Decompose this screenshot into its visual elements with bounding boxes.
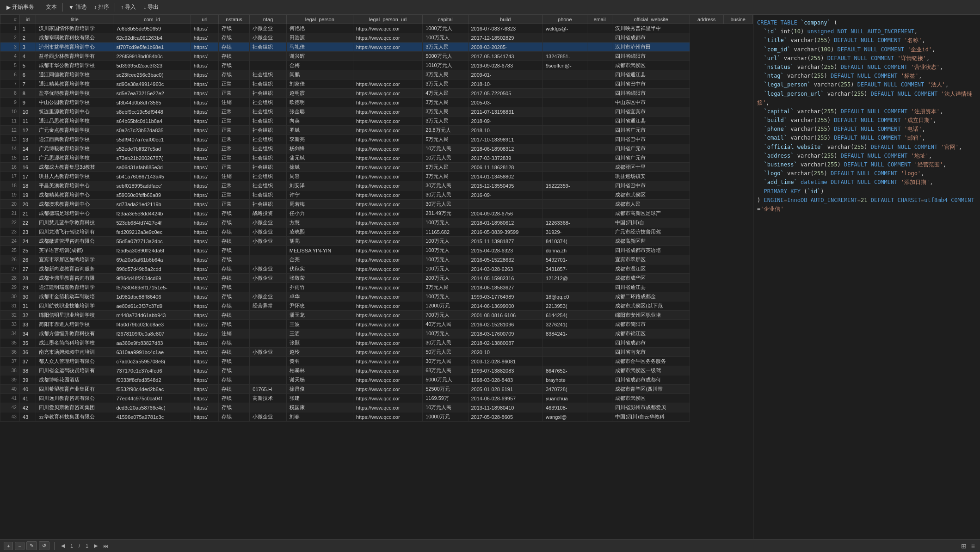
- table-row[interactable]: 1313通江西腾教育培训学校s5df9407a7eaf00ec1https:/正…: [0, 135, 753, 144]
- col-header-url[interactable]: url: [191, 15, 218, 24]
- table-row[interactable]: 2424成都微道管理咨询有限公55d5a07f2713a2dbchttps:/存…: [0, 237, 753, 246]
- col-header-email[interactable]: email: [587, 15, 612, 24]
- sort-btn[interactable]: ↕ 排序: [91, 2, 112, 12]
- cell-official_website: 汉川映秀普祥里半中: [612, 24, 690, 33]
- filter-btn[interactable]: ▼ 筛选: [66, 2, 89, 12]
- cell-email: [587, 80, 612, 89]
- table-row[interactable]: 2020成都澳求教育培训中心sd73ada21ed2119b-https:/正常…: [0, 200, 753, 209]
- table-row[interactable]: 2222四川慧儿蓝牛学教育科技523db684fd7427e4fhttps:/存…: [0, 218, 753, 227]
- cell-capital: 100万元人: [423, 329, 468, 338]
- table-row[interactable]: 3030成都市金箭机动车驾驶培1d981dbc88ff86406https:/存…: [0, 292, 753, 301]
- cell-official_website: 四川省成都市: [612, 33, 690, 43]
- table-row[interactable]: 1515广元思源教育培训学校s73eb21b20026787(https:/正常…: [0, 153, 753, 163]
- export-btn[interactable]: ↓ 导出: [141, 2, 161, 12]
- data-grid-panel[interactable]: #idtitlecom_idurlnstatusntaglegal_person…: [0, 15, 753, 539]
- cell-ntag: [250, 366, 287, 375]
- cell-capital: 5万元人民: [423, 135, 468, 144]
- col-header-title[interactable]: title: [36, 15, 113, 24]
- table-row[interactable]: 3939成都博暗花园酒店f0033ff8cfed3548d2https:/存续谢…: [0, 375, 753, 385]
- cell-build: 2014-06-028-69957: [468, 394, 542, 403]
- list-view-btn[interactable]: ≡: [970, 542, 976, 550]
- table-row[interactable]: 1616成都成大教育集思3d教技sa06d31afab885e3dhttps:/…: [0, 163, 753, 172]
- cell-legal_person: 许宁: [286, 190, 353, 200]
- table-row[interactable]: 1414广元博毅教育培训学校s52ede7bff327c5adhttps:/正常…: [0, 144, 753, 153]
- cell-url: https:/: [191, 33, 218, 43]
- table-row[interactable]: 4242四川爱贝斯教育咨询集团dcd3c20aa58766e4c(https:/…: [0, 403, 753, 412]
- table-row[interactable]: 77通江精英教育培训学校sd90e38a49914960chttps:/正常社会…: [0, 80, 753, 89]
- table-row[interactable]: 3232绵阳信明星职业培训学校m448a734d61abb943https:/存…: [0, 311, 753, 320]
- cell-capital: 10000万元: [423, 412, 468, 422]
- table-row[interactable]: 1717珙县人杰教育培训学校sb41a760867143a45https:/注销…: [0, 172, 753, 181]
- table-row[interactable]: 44益孝西少林教育培训学有226f59918bd084b0chttps:/存续谢…: [0, 52, 753, 61]
- table-row[interactable]: 1818平昌美澳教育培训中心sebf018995addface'https:/正…: [0, 181, 753, 190]
- col-header-com_id[interactable]: com_id: [113, 15, 191, 24]
- refresh-btn[interactable]: ↺: [39, 541, 49, 550]
- cell-url: https:/: [191, 135, 218, 144]
- cell-phone: 8410374(: [542, 237, 587, 246]
- data-table: #idtitlecom_idurlnstatusntaglegal_person…: [0, 15, 753, 422]
- cell-capital: 30万元人民: [423, 200, 468, 209]
- import-btn[interactable]: ↑ 导入: [118, 2, 139, 12]
- col-header-legal_person_url[interactable]: legal_person_url: [353, 15, 422, 24]
- cell-email: [587, 246, 612, 255]
- table-row[interactable]: 3535成江墨名简尚科培训学校aa360e9fb83827d83https:/存…: [0, 338, 753, 348]
- col-header-address[interactable]: address: [690, 15, 723, 24]
- table-row[interactable]: 33泸州市益学教育培训中心sf707cd9e5fe1b68e1https:/存续…: [0, 43, 753, 52]
- cell-legal_person_url: https://www.qcc.cor: [353, 24, 422, 33]
- col-header-nstatus[interactable]: nstatus: [218, 15, 250, 24]
- col-header-capital[interactable]: capital: [423, 15, 468, 24]
- cell-title: 南充市汤姆叔叔中南培训: [36, 348, 113, 357]
- table-row[interactable]: 4040四川希望教育产业集团有f5532f90c4ded2b6achttps:/…: [0, 385, 753, 394]
- cell-ntag: [250, 403, 287, 412]
- cell-com_id: 77ed44c975c0ca04f: [113, 394, 191, 403]
- table-row[interactable]: 1919成都精英教育培训中心s59060c0fdfb66a89https:/正常…: [0, 190, 753, 200]
- table-row[interactable]: 2828成都卡弗里教育咨询有限9f864d48f263dcd69https:/存…: [0, 274, 753, 283]
- table-row[interactable]: 3737都人众人管理培训有限公c7ab0c2a5595708e8(https:/…: [0, 357, 753, 366]
- cell-ntag: [250, 338, 287, 348]
- table-row[interactable]: 66通江同德教育培训学校sc23fcee256c3bac0(https:/存续社…: [0, 70, 753, 80]
- table-row[interactable]: 4343云华教育科技集团有限公41596e075a9781c3chttps:/存…: [0, 412, 753, 422]
- col-header-official_website[interactable]: official_website: [612, 15, 690, 24]
- table-row[interactable]: 1010筑连里源教育培训中心s8ebf9cc19c5df9448https:/正…: [0, 107, 753, 117]
- cell-legal_person_url: https://www.qcc.cor: [353, 172, 422, 181]
- cell-id: 16: [19, 163, 36, 172]
- table-row[interactable]: 3131四川航铁职业技能培训学ae80d61c3f37c37d9https:/存…: [0, 301, 753, 311]
- table-row[interactable]: 3434成都方德恒升教育科技有f2678109f0e0a8e807https:/…: [0, 329, 753, 338]
- table-row[interactable]: 2121成都德瑞足球培训中心f23aa3e5e8dd4424bhttps:/存续…: [0, 209, 753, 218]
- col-header-build[interactable]: build: [468, 15, 542, 24]
- table-row[interactable]: 2626宜宾市翠屏区如鸣培训学69a20a6af61b6b64ahttps:/存…: [0, 255, 753, 264]
- cell-email: [587, 153, 612, 163]
- table-row[interactable]: 88盐亭优能教育培训学校sd5e7ea73215e27e2https:/正常社会…: [0, 89, 753, 98]
- col-header-ntag[interactable]: ntag: [250, 15, 287, 24]
- cell-phone: 13247851-: [542, 52, 587, 61]
- table-row[interactable]: 2525英孚语言培训(成都)f2ad5a30890ff24da6fhttps:/…: [0, 246, 753, 255]
- table-row[interactable]: 4141四川远川教育咨询有限公77ed44c975c0ca04fhttps:/存…: [0, 394, 753, 403]
- col-header-legal_person[interactable]: legal_person: [286, 15, 353, 24]
- table-row[interactable]: 2727成都新向逆教育咨询服务898d57d49b8a2cddhttps:/存续…: [0, 264, 753, 274]
- cell-legal_person: 何艳艳: [286, 24, 353, 33]
- start-transaction-btn[interactable]: ▶ 开始事务: [4, 2, 37, 12]
- table-row[interactable]: 22成都寒弱教育科技有限公62c92dfca061263b4https:/存续小…: [0, 33, 753, 43]
- table-row[interactable]: 11汉川家国情怀教育培训学7c6b8b55dc950659https:/存续小微…: [0, 24, 753, 33]
- text-btn[interactable]: 文本: [43, 2, 60, 12]
- delete-row-btn[interactable]: −: [15, 542, 24, 550]
- grid-view-btn[interactable]: ⊞: [960, 542, 968, 550]
- cell-title: 中山公园教育培训学校: [36, 98, 113, 107]
- table-row[interactable]: 2323四川龙浩飞行驾驶培训有fed209212a3e9c0echttps:/存…: [0, 227, 753, 237]
- table-row[interactable]: 1212广元金点教育培训学校s0a2c7c23b57da835https:/正常…: [0, 126, 753, 135]
- cell-nstatus: 存续: [218, 366, 250, 375]
- first-page-btn[interactable]: +: [4, 542, 13, 550]
- table-row[interactable]: 3838四川省金运驾驶员培训有737170c1c37c4fed6https:/存…: [0, 366, 753, 375]
- table-row[interactable]: 3636南充市汤姆叔叔中南培训6310aa9991bc4c1aehttps:/存…: [0, 348, 753, 357]
- cell-email: [587, 283, 612, 292]
- table-row[interactable]: 2929通江建明瑞嘉教育培训学f57530469eff17151e5-https…: [0, 283, 753, 292]
- table-row[interactable]: 99中山公园教育培训学校sf3b44d0b8df73565https:/注销社会…: [0, 98, 753, 107]
- col-header-phone[interactable]: phone: [542, 15, 587, 24]
- table-row[interactable]: 55成都市华公教育培训学校5d39395d2cac3f323https:/存续金…: [0, 61, 753, 70]
- cell-title: 成都精英教育培训中心: [36, 190, 113, 200]
- table-row[interactable]: 1111通江品思教育培训学校s64b65bfc0d11b8a4https:/正常…: [0, 117, 753, 126]
- col-header-busine[interactable]: busine: [723, 15, 752, 24]
- col-header-id[interactable]: id: [19, 15, 36, 24]
- table-row[interactable]: 3333简阳市赤道人培训学校f4a0d79bc02fcb8ae3https:/存…: [0, 320, 753, 329]
- edit-row-btn[interactable]: ✎: [26, 541, 37, 550]
